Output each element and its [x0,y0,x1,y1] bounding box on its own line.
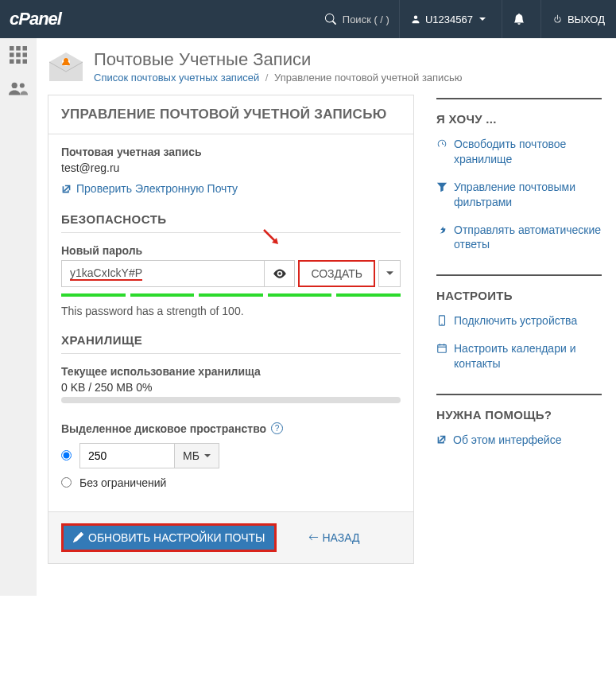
breadcrumb-current: Управление почтовой учетной записью [274,72,462,84]
side-link-devices[interactable]: Подключить устройства [436,313,602,328]
panel-footer: ОБНОВИТЬ НАСТРОЙКИ ПОЧТЫ НАЗАД [48,511,413,563]
quota-label: Выделенное дисковое пространство ? [61,422,283,435]
external-link-icon [61,184,72,194]
notifications-button[interactable] [502,0,540,38]
manage-panel: УПРАВЛЕНИЕ ПОЧТОВОЙ УЧЕТНОЙ ЗАПИСЬЮ Почт… [48,95,414,564]
logout-button[interactable]: ВЫХОД [541,0,616,38]
password-strength-bar [61,293,401,297]
generate-options-dropdown[interactable] [378,260,401,287]
calendar-icon [436,343,447,354]
quota-unit-dropdown[interactable]: МБ [175,443,219,468]
pencil-icon [73,532,83,542]
account-label: Почтовая учетная запись [61,146,401,158]
svg-rect-1 [16,46,21,51]
side-link-free-storage[interactable]: Освободить почтовое хранилище [436,137,602,167]
mobile-icon [436,315,447,326]
svg-point-14 [278,272,281,274]
side-link-about[interactable]: Об этом интерфейсе [436,433,602,448]
caret-down-icon [386,270,393,277]
side-help-heading: НУЖНА ПОМОЩЬ? [436,408,602,422]
search-box[interactable]: Поиск ( / ) [316,14,399,25]
quota-unlimited-label: Без ограничений [79,476,166,489]
toggle-password-visibility[interactable] [265,260,295,287]
back-link[interactable]: НАЗАД [308,531,359,544]
side-want-heading: Я ХОЧУ ... [436,112,602,126]
generate-password-button[interactable]: СОЗДАТЬ [298,260,375,287]
envelope-person-icon [48,51,84,83]
red-arrow-annotation [261,227,283,249]
left-sidebar [0,38,37,596]
svg-rect-3 [10,52,14,57]
check-mail-label: Проверить Электронную Почту [76,182,238,195]
panel-heading: УПРАВЛЕНИЕ ПОЧТОВОЙ УЧЕТНОЙ ЗАПИСЬЮ [48,95,413,134]
help-icon[interactable]: ? [271,422,283,434]
search-icon [325,14,336,25]
logo[interactable]: cPanel [0,9,71,29]
usage-value: 0 KB / 250 MB 0% [61,381,401,394]
check-mail-link[interactable]: Проверить Электронную Почту [61,182,238,195]
svg-point-16 [441,324,442,325]
usage-label: Текущее использование хранилища [61,365,401,378]
update-label: ОБНОВИТЬ НАСТРОЙКИ ПОЧТЫ [88,531,265,544]
password-strength-text: This password has a strength of 100. [61,305,401,317]
svg-point-9 [12,83,17,88]
quota-unlimited-radio[interactable] [61,477,72,488]
filter-icon [436,181,447,192]
side-configure-heading: НАСТРОИТЬ [436,289,602,302]
side-link-calendars[interactable]: Настроить календари и контакты [436,341,602,371]
back-label: НАЗАД [322,531,359,544]
logout-label: ВЫХОД [568,14,605,25]
caret-down-icon [204,453,211,459]
quota-limited-radio[interactable] [61,450,72,461]
arrow-left-icon [308,532,319,542]
logout-icon [552,14,563,25]
user-icon [411,14,420,24]
svg-rect-8 [23,60,28,64]
side-link-filters[interactable]: Управление почтовыми фильтрами [436,180,602,210]
search-placeholder: Поиск ( / ) [343,14,389,25]
update-settings-button[interactable]: ОБНОВИТЬ НАСТРОЙКИ ПОЧТЫ [61,523,277,552]
svg-rect-17 [438,345,447,353]
top-nav: cPanel Поиск ( / ) U1234567 ВЫХОД [0,0,616,38]
bell-icon [513,14,525,25]
usage-bar [61,397,401,403]
svg-rect-0 [10,46,14,51]
account-value: test@reg.ru [61,161,401,174]
side-link-autoresponders[interactable]: Отправлять автоматические ответы [436,223,602,253]
user-label: U1234567 [425,14,473,25]
svg-rect-2 [23,46,28,51]
new-password-label: Новый пароль [61,244,401,257]
svg-rect-5 [23,52,28,57]
gauge-icon [436,138,447,150]
svg-rect-7 [16,60,21,64]
page-header: Почтовые Учетные Записи Список почтовых … [48,49,602,84]
storage-heading: ХРАНИЛИЩЕ [61,317,401,354]
page-title: Почтовые Учетные Записи [94,49,462,70]
user-menu[interactable]: U1234567 [400,0,502,38]
users-icon[interactable] [9,80,28,99]
apps-grid-icon[interactable] [10,46,27,66]
reply-icon [436,224,447,235]
svg-rect-6 [10,60,14,64]
quota-input[interactable] [79,443,175,468]
eye-icon [273,266,287,281]
external-link-icon [436,434,447,445]
security-heading: БЕЗОПАСНОСТЬ [61,196,401,233]
caret-down-icon [479,16,486,22]
svg-point-10 [20,83,25,87]
breadcrumb-list-link[interactable]: Список почтовых учетных записей [94,72,259,84]
svg-rect-4 [16,52,21,57]
password-input[interactable]: y1kaCxIckY#P [61,260,265,287]
breadcrumb: Список почтовых учетных записей / Управл… [94,72,462,84]
